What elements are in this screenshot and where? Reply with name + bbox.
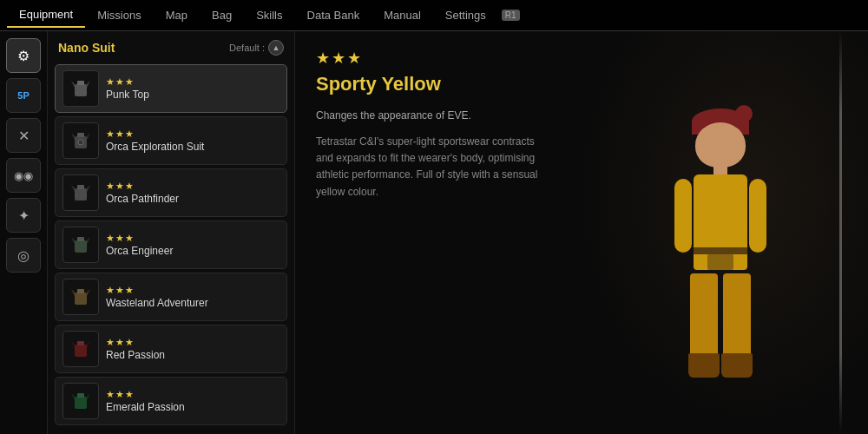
- detail-description: Changes the appearance of EVE.: [316, 108, 552, 123]
- equipment-list-panel: Nano Suit Default : ▲ ★★★ Punk Top: [48, 31, 295, 434]
- list-item[interactable]: ★★★ Wasteland Adventurer: [55, 273, 287, 321]
- tab-settings[interactable]: Settings: [433, 3, 498, 27]
- item-info-wasteland-adventurer: ★★★ Wasteland Adventurer: [106, 285, 279, 309]
- svg-marker-14: [71, 237, 75, 244]
- item-icon-punk-top: [62, 70, 99, 107]
- svg-marker-18: [71, 289, 75, 296]
- tab-bag[interactable]: Bag: [200, 3, 244, 27]
- character-arm-right: [749, 179, 766, 253]
- equipment-sidebar-icon[interactable]: ⚙: [6, 38, 41, 73]
- tab-databank[interactable]: Data Bank: [295, 3, 372, 27]
- item-name: Wasteland Adventurer: [106, 297, 279, 309]
- tab-equipment[interactable]: Equipment: [7, 3, 85, 28]
- list-item[interactable]: ★★★ Red Passion: [55, 325, 287, 373]
- svg-marker-10: [71, 185, 75, 192]
- r1-badge: R1: [502, 10, 520, 21]
- list-item[interactable]: ★★★ Punk Top: [55, 64, 287, 113]
- character-arm-left: [674, 179, 692, 253]
- detail-stars: ★★★: [316, 49, 552, 68]
- glasses-sidebar-icon[interactable]: ◉◉: [6, 158, 41, 193]
- item-info-punk-top: ★★★ Punk Top: [106, 76, 279, 101]
- character-legs: [690, 273, 751, 378]
- svg-rect-3: [77, 81, 84, 85]
- panel-title: Nano Suit: [58, 41, 115, 55]
- svg-rect-12: [77, 185, 84, 189]
- character-boot-right: [721, 353, 753, 378]
- svg-marker-22: [71, 341, 75, 348]
- detail-panel: ★★★ Sporty Yellow Changes the appearance…: [295, 31, 573, 434]
- item-icon-wasteland-adventurer: [62, 279, 99, 315]
- svg-rect-28: [77, 393, 84, 398]
- svg-marker-15: [87, 237, 90, 244]
- item-stars: ★★★: [106, 181, 279, 192]
- sidebar-icons: ⚙ 5P ✕ ◉◉ ✦ ◎: [0, 31, 48, 434]
- main-content: ⚙ 5P ✕ ◉◉ ✦ ◎ Nano Suit Default : ▲: [0, 31, 868, 434]
- svg-rect-17: [75, 293, 87, 305]
- character-body: [673, 105, 768, 378]
- sp-sidebar-icon[interactable]: 5P: [6, 78, 41, 113]
- nano-wire-decoration: [839, 31, 842, 434]
- item-name: Orca Pathfinder: [106, 193, 279, 205]
- character-figure: [673, 105, 768, 378]
- svg-rect-24: [77, 341, 84, 345]
- item-info-orca-engineer: ★★★ Orca Engineer: [106, 233, 279, 257]
- svg-marker-26: [71, 393, 75, 400]
- item-stars: ★★★: [106, 128, 279, 140]
- detail-title: Sporty Yellow: [316, 73, 552, 95]
- svg-rect-16: [77, 237, 84, 241]
- list-item[interactable]: ★★★ Orca Exploration Suit: [55, 116, 287, 165]
- svg-rect-0: [75, 84, 87, 96]
- item-name: Punk Top: [106, 89, 279, 101]
- list-item[interactable]: ★★★ Orca Pathfinder: [55, 168, 287, 217]
- item-name: Red Passion: [106, 349, 279, 361]
- character-torso-arms: [673, 174, 768, 270]
- item-name: Orca Engineer: [106, 245, 279, 257]
- tab-map[interactable]: Map: [154, 3, 200, 27]
- item-info-orca-pathfinder: ★★★ Orca Pathfinder: [106, 181, 279, 205]
- svg-rect-13: [75, 240, 87, 253]
- action-sidebar-icon[interactable]: ✕: [6, 118, 41, 153]
- item-stars: ★★★: [106, 337, 279, 348]
- character-boot-left: [688, 353, 720, 378]
- item-icon-emerald-passion: [62, 383, 99, 419]
- default-icon: ▲: [268, 40, 284, 56]
- item-info-emerald-passion: ★★★ Emerald Passion: [106, 389, 279, 413]
- item-icon-orca-engineer: [62, 227, 99, 263]
- character-head: [695, 114, 746, 168]
- tab-skills[interactable]: Skills: [244, 3, 294, 27]
- list-item[interactable]: ★★★ Emerald Passion: [55, 377, 287, 425]
- svg-marker-27: [87, 393, 90, 400]
- top-navigation: Equipment Missions Map Bag Skills Data B…: [0, 0, 868, 31]
- svg-marker-1: [71, 81, 75, 88]
- character-hairbun: [735, 105, 753, 122]
- character-torso: [694, 174, 747, 270]
- character-belt: [694, 247, 747, 254]
- svg-point-8: [78, 140, 83, 145]
- svg-marker-6: [87, 133, 90, 140]
- svg-marker-19: [87, 289, 90, 296]
- list-item[interactable]: ★★★ Orca Engineer: [55, 220, 287, 269]
- item-icon-orca-exploration: [62, 122, 99, 159]
- detail-flavor-text: Tetrastar C&I's super-light sportswear c…: [316, 134, 552, 201]
- tab-missions[interactable]: Missions: [85, 3, 154, 27]
- character-face: [695, 122, 746, 168]
- item-icon-red-passion: [62, 331, 99, 367]
- bag2-sidebar-icon[interactable]: ◎: [6, 238, 41, 273]
- star-sidebar-icon[interactable]: ✦: [6, 198, 41, 233]
- item-info-orca-exploration: ★★★ Orca Exploration Suit: [106, 128, 279, 153]
- character-hoodie-bottom: [707, 254, 733, 270]
- item-stars: ★★★: [106, 389, 279, 400]
- svg-rect-9: [75, 188, 87, 201]
- item-stars: ★★★: [106, 76, 279, 88]
- item-info-red-passion: ★★★ Red Passion: [106, 337, 279, 361]
- svg-marker-2: [87, 81, 90, 88]
- svg-marker-11: [87, 185, 90, 192]
- svg-rect-7: [77, 133, 84, 137]
- character-leg-left: [690, 273, 718, 378]
- svg-rect-21: [75, 345, 87, 357]
- item-name: Orca Exploration Suit: [106, 141, 279, 153]
- character-preview: [573, 31, 868, 434]
- svg-marker-23: [87, 341, 90, 348]
- tab-manual[interactable]: Manual: [372, 3, 433, 27]
- item-icon-orca-pathfinder: [62, 174, 99, 211]
